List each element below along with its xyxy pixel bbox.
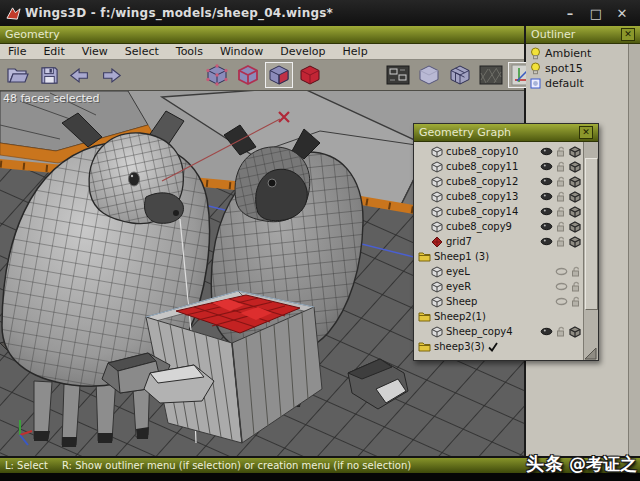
watermark-brand: 头条 [526, 453, 564, 474]
scrollbar-thumb[interactable] [585, 158, 598, 310]
graph-row[interactable]: sheep3(3) [414, 339, 584, 354]
outliner-item-default[interactable]: default [526, 76, 640, 91]
graph-row[interactable]: Sheep [414, 294, 584, 309]
light-icon [530, 47, 541, 60]
eye-closed-icon[interactable] [555, 297, 568, 306]
lock-icon[interactable] [571, 266, 581, 277]
graph-row[interactable]: cube8_copy13 [414, 189, 584, 204]
outliner-close-icon[interactable]: ✕ [621, 28, 635, 41]
geometry-graph-scrollbar[interactable] [583, 142, 598, 360]
maximize-icon[interactable]: □ [586, 4, 606, 22]
graph-row[interactable]: Sheep1 (3) [414, 249, 584, 264]
eye-open-icon[interactable] [540, 192, 553, 201]
redo-button[interactable] [97, 62, 125, 88]
lock-icon[interactable] [556, 176, 566, 187]
lock-icon[interactable] [556, 161, 566, 172]
menu-item-window[interactable]: Window [220, 45, 263, 58]
graph-row[interactable]: cube8_copy11 [414, 159, 584, 174]
menu-item-file[interactable]: File [8, 45, 26, 58]
graph-row-label: cube8_copy11 [446, 161, 518, 172]
wire-cube-dark-icon[interactable] [569, 326, 581, 338]
graph-row-label: Sheep_copy4 [446, 326, 513, 337]
body-select-mode-button[interactable] [296, 62, 324, 88]
lock-icon[interactable] [571, 281, 581, 292]
view-mode-toggle-button[interactable] [384, 62, 412, 88]
wire-cube-icon [431, 266, 443, 278]
toolbar [0, 60, 524, 91]
menu-item-tools[interactable]: Tools [176, 45, 203, 58]
geometry-graph-close-icon[interactable]: ✕ [579, 126, 593, 139]
undo-button[interactable] [66, 62, 94, 88]
wire-cube-dark-icon[interactable] [569, 161, 581, 173]
graph-row[interactable]: eyeL [414, 264, 584, 279]
eye-open-icon[interactable] [540, 327, 553, 336]
lock-icon[interactable] [556, 326, 566, 337]
outliner-scrollbar[interactable] [628, 44, 640, 458]
geometry-pane-header[interactable]: Geometry [0, 26, 524, 44]
wire-cube-dark-icon[interactable] [569, 146, 581, 158]
graph-row[interactable]: cube8_copy14 [414, 204, 584, 219]
vertex-select-mode-button[interactable] [203, 62, 231, 88]
outliner-item-ambient[interactable]: Ambient [526, 46, 640, 61]
wire-cube-icon [431, 146, 443, 158]
graph-row-label: Sheep [446, 296, 477, 307]
graph-row[interactable]: cube8_copy12 [414, 174, 584, 189]
folder-icon [418, 311, 431, 322]
smooth-preview-toggle-button[interactable] [415, 62, 443, 88]
wire-cube-dark-icon[interactable] [569, 176, 581, 188]
menu-item-help[interactable]: Help [343, 45, 368, 58]
wire-cube-icon [431, 161, 443, 173]
graph-row-label: cube8_copy12 [446, 176, 518, 187]
graph-row[interactable]: Sheep2(1) [414, 309, 584, 324]
lock-icon[interactable] [571, 296, 581, 307]
lock-icon[interactable] [556, 236, 566, 247]
menu-item-select[interactable]: Select [125, 45, 159, 58]
ground-plane-toggle-button[interactable] [477, 62, 505, 88]
window-title: Wings3D - f:/wings_models/sheep_04.wings… [25, 6, 333, 20]
graph-row[interactable]: cube8_copy10 [414, 144, 584, 159]
graph-row[interactable]: grid7 [414, 234, 584, 249]
resize-grip-icon[interactable] [584, 347, 597, 360]
minimize-icon[interactable]: – [560, 4, 580, 22]
menu-item-edit[interactable]: Edit [43, 45, 64, 58]
lock-icon[interactable] [556, 221, 566, 232]
edge-select-mode-button[interactable] [234, 62, 262, 88]
lock-icon[interactable] [556, 146, 566, 157]
wire-cube-dark-icon[interactable] [569, 221, 581, 233]
wire-cube-dark-icon[interactable] [569, 191, 581, 203]
menu-item-view[interactable]: View [82, 45, 108, 58]
outliner-items: Ambientspot15default [526, 46, 640, 91]
graph-row[interactable]: eyeR [414, 279, 584, 294]
eye-open-icon[interactable] [540, 207, 553, 216]
close-icon[interactable]: ✕ [612, 4, 632, 22]
toolbar-view-group [384, 62, 536, 88]
menu-item-develop[interactable]: Develop [280, 45, 325, 58]
lock-icon[interactable] [556, 206, 566, 217]
toolbar-file-group [4, 62, 125, 88]
material-icon [530, 78, 541, 89]
wire-cube-dark-icon[interactable] [569, 236, 581, 248]
wire-cube-dark-icon[interactable] [569, 206, 581, 218]
eye-open-icon[interactable] [540, 222, 553, 231]
geometry-graph-header[interactable]: Geometry Graph ✕ [414, 124, 598, 142]
graph-row-label: eyeL [446, 266, 470, 277]
eye-open-icon[interactable] [540, 147, 553, 156]
app-icon [6, 6, 21, 21]
eye-open-icon[interactable] [540, 162, 553, 171]
eye-closed-icon[interactable] [555, 267, 568, 276]
face-select-mode-button[interactable] [265, 62, 293, 88]
outliner-item-spot15[interactable]: spot15 [526, 61, 640, 76]
lock-icon[interactable] [556, 191, 566, 202]
outliner-header[interactable]: Outliner ✕ [526, 26, 640, 44]
graph-row-label: eyeR [446, 281, 471, 292]
graph-row[interactable]: cube8_copy9 [414, 219, 584, 234]
wings3d-window: Wings3D - f:/wings_models/sheep_04.wings… [0, 0, 640, 481]
wireframe-toggle-button[interactable] [446, 62, 474, 88]
graph-row[interactable]: Sheep_copy4 [414, 324, 584, 339]
open-button[interactable] [4, 62, 32, 88]
eye-open-icon[interactable] [540, 177, 553, 186]
wire-cube-icon [431, 326, 443, 338]
eye-closed-icon[interactable] [555, 282, 568, 291]
eye-open-icon[interactable] [540, 237, 553, 246]
save-button[interactable] [35, 62, 63, 88]
